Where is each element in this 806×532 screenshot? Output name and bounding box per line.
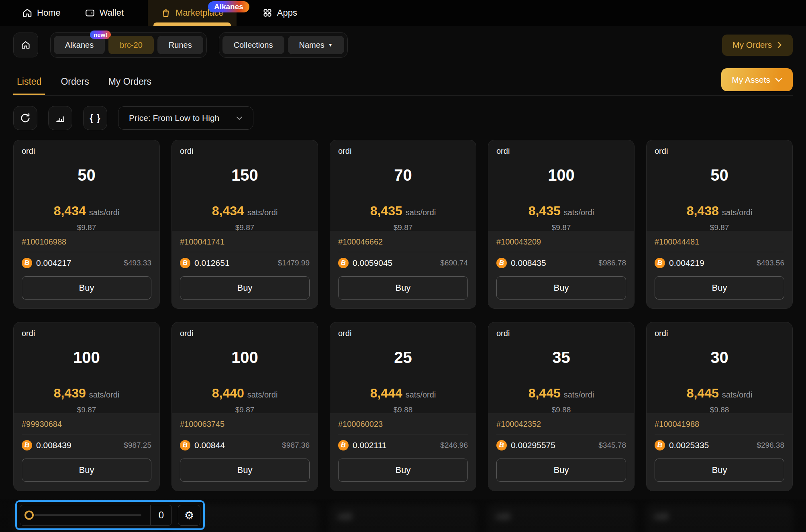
listing-card: ordi 100 8,439sats/ordi $9.87 #99930684 … <box>13 322 160 491</box>
filter-bar: Alkanes new! brc-20 Runes Collections Na… <box>0 32 806 58</box>
filter-brc20-button[interactable]: brc-20 <box>108 36 154 54</box>
filter-alkanes-label: Alkanes <box>65 41 94 50</box>
filter-alkanes-button[interactable]: Alkanes new! <box>54 36 105 54</box>
btc-price-row: B 0.008439 $987.25 <box>22 440 151 450</box>
listing-quantity: 100 <box>496 166 626 184</box>
tab-orders[interactable]: Orders <box>57 76 92 95</box>
inscription-id[interactable]: #100060023 <box>338 420 468 429</box>
card-bottom: #100043209 B 0.008435 $986.78 Buy <box>488 231 634 308</box>
settings-button[interactable]: ⚙ <box>178 505 200 526</box>
caret-down-icon: ▼ <box>328 42 333 48</box>
listing-quantity: 50 <box>655 166 784 184</box>
slider-control-box: 0 <box>20 505 172 526</box>
card-top: ordi 25 8,444sats/ordi $9.88 <box>330 322 476 413</box>
divider <box>496 434 626 434</box>
nav-apps[interactable]: Apps <box>262 8 297 18</box>
divider <box>22 434 151 434</box>
filter-runes-button[interactable]: Runes <box>157 36 203 54</box>
sats-price: 8,435 <box>370 204 402 218</box>
nav-home[interactable]: Home <box>22 8 61 18</box>
nav-home-label: Home <box>37 8 61 18</box>
home-square-button[interactable] <box>13 33 38 57</box>
price-line: 8,435sats/ordi <box>338 204 468 218</box>
price-line: 8,435sats/ordi <box>496 204 626 218</box>
price-line: 8,438sats/ordi <box>655 204 784 218</box>
chart-button[interactable] <box>48 106 72 130</box>
buy-button[interactable]: Buy <box>655 276 784 300</box>
usd-amount: $690.74 <box>440 259 468 267</box>
buy-button[interactable]: Buy <box>338 276 468 300</box>
chevron-down-icon <box>775 77 782 82</box>
apps-grid-icon <box>262 8 273 18</box>
divider <box>180 252 310 252</box>
price-line: 8,444sats/ordi <box>338 386 468 401</box>
buy-button[interactable]: Buy <box>496 276 626 300</box>
card-top: ordi 100 8,439sats/ordi $9.87 <box>14 322 159 413</box>
tab-my-orders[interactable]: My Orders <box>105 76 155 95</box>
home-icon <box>21 40 31 50</box>
slider-track[interactable] <box>35 514 141 516</box>
sats-price: 8,445 <box>528 386 561 400</box>
inscription-id[interactable]: #100043209 <box>496 237 626 247</box>
usd-amount: $986.78 <box>598 259 626 267</box>
nav-apps-label: Apps <box>277 8 297 18</box>
inscription-id[interactable]: #100044481 <box>655 237 784 247</box>
nav-wallet[interactable]: Wallet <box>85 8 124 18</box>
nav-wallet-label: Wallet <box>100 8 124 18</box>
price-unit: sats/ordi <box>247 390 278 399</box>
listing-card: ordi 100 8,435sats/ordi $9.87 #100043209… <box>488 140 635 309</box>
sats-price: 8,440 <box>212 386 244 400</box>
tab-listed[interactable]: Listed <box>13 76 45 95</box>
inscription-id[interactable]: #100041988 <box>655 420 784 429</box>
divider <box>338 252 468 252</box>
buy-button[interactable]: Buy <box>655 459 784 482</box>
active-tab-underline <box>153 22 231 26</box>
inscription-id[interactable]: #100041741 <box>180 237 310 247</box>
listing-quantity: 50 <box>22 166 151 184</box>
inscription-id[interactable]: #100063745 <box>180 420 310 429</box>
slider-handle[interactable] <box>24 511 34 520</box>
filter-names-button[interactable]: Names ▼ <box>288 36 344 54</box>
sort-dropdown[interactable]: Price: From Low to High <box>118 106 253 130</box>
card-top: ordi 30 8,445sats/ordi $9.88 <box>647 322 792 413</box>
price-line: 8,445sats/ordi <box>655 386 784 401</box>
btc-amount: 0.00295575 <box>511 440 555 450</box>
btc-amount: 0.0025335 <box>669 440 709 450</box>
listing-card: ordi 70 8,435sats/ordi $9.87 #100046662 … <box>330 140 476 309</box>
price-unit: sats/ordi <box>564 208 594 217</box>
buy-button[interactable]: Buy <box>22 276 151 300</box>
chevron-right-icon <box>777 41 782 49</box>
btc-price-row: B 0.00844 $987.36 <box>180 440 310 450</box>
buy-button[interactable]: Buy <box>22 459 151 482</box>
my-orders-button[interactable]: My Orders <box>722 35 793 56</box>
inscription-id[interactable]: #100042352 <box>496 420 626 429</box>
list-toolbar: { } Price: From Low to High <box>0 106 806 130</box>
listing-quantity: 100 <box>180 349 310 367</box>
my-orders-label: My Orders <box>733 40 772 50</box>
nav-marketplace[interactable]: Marketplace Alkanes <box>148 0 237 26</box>
home-icon <box>22 8 33 18</box>
filter-collections-button[interactable]: Collections <box>222 36 284 54</box>
buy-button[interactable]: Buy <box>338 459 468 482</box>
btc-price-row: B 0.0025335 $296.38 <box>655 440 784 450</box>
btc-price-row: B 0.008435 $986.78 <box>496 258 626 268</box>
my-assets-button[interactable]: My Assets <box>721 68 793 91</box>
quantity-slider-panel: 0 ⚙ <box>15 500 205 530</box>
inscription-id[interactable]: #99930684 <box>22 420 151 429</box>
buy-button[interactable]: Buy <box>496 459 626 482</box>
price-line: 8,445sats/ordi <box>496 386 626 401</box>
inscription-id[interactable]: #100046662 <box>338 237 468 247</box>
my-assets-label: My Assets <box>732 75 770 85</box>
code-button[interactable]: { } <box>83 106 107 130</box>
buy-button[interactable]: Buy <box>180 459 310 482</box>
bitcoin-icon: B <box>22 258 32 268</box>
buy-button[interactable]: Buy <box>180 276 310 300</box>
listing-card: ordi 50 8,434sats/ordi $9.87 #100106988 … <box>13 140 160 309</box>
inscription-id[interactable]: #100106988 <box>22 237 151 247</box>
card-top: ordi 100 8,435sats/ordi $9.87 <box>488 140 634 231</box>
refresh-button[interactable] <box>13 106 37 130</box>
top-nav: Home Wallet Marketplace Alkanes Apps <box>0 0 806 26</box>
btc-amount: 0.008439 <box>36 440 71 450</box>
card-bottom: #100042352 B 0.00295575 $345.78 Buy <box>488 413 634 491</box>
bar-chart-icon <box>55 113 65 123</box>
